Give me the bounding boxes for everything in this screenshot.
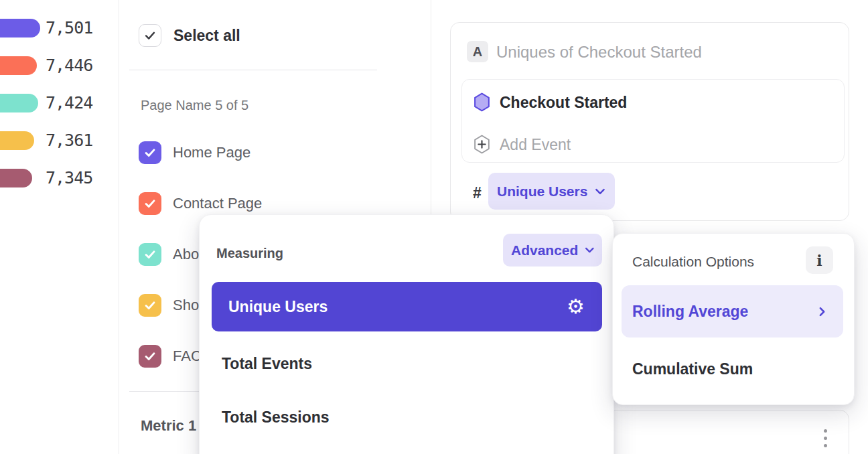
check-icon <box>143 28 157 43</box>
legend-value: 7,424 <box>46 94 92 112</box>
calc-option-cumulative-sum[interactable]: Cumulative Sum <box>632 360 753 378</box>
checkbox-shop-page[interactable] <box>139 294 161 317</box>
series-title[interactable]: Uniques of Checkout Started <box>496 42 702 63</box>
legend-bar <box>0 94 38 112</box>
series-a-badge[interactable]: A <box>467 41 488 62</box>
calculation-options-menu: Calculation Options i Rolling Average Cu… <box>612 233 855 405</box>
select-all-label[interactable]: Select all <box>173 24 240 47</box>
check-icon <box>143 298 157 313</box>
legend-bar <box>0 169 32 187</box>
check-icon <box>143 247 157 262</box>
check-icon <box>143 349 157 364</box>
kebab-dot <box>824 437 827 440</box>
calc-option-rolling-average[interactable]: Rolling Average <box>622 285 843 337</box>
menu-option-label: Unique Users <box>228 298 328 316</box>
page-label-contact[interactable]: Contact Page <box>173 192 262 215</box>
page-label-home[interactable]: Home Page <box>173 141 250 164</box>
select-all-checkbox[interactable] <box>139 24 161 47</box>
legend-bar <box>0 56 37 75</box>
page-name-group-label: Page Name 5 of 5 <box>141 97 248 113</box>
legend-value: 7,446 <box>46 56 92 75</box>
aggregation-chip[interactable]: Unique Users <box>488 173 615 210</box>
metric-1-label: Metric 1 <box>141 417 196 435</box>
calc-option-label: Rolling Average <box>632 303 748 321</box>
metric-query-card: A Uniques of Checkout Started Checkout S… <box>450 22 849 221</box>
add-event-label[interactable]: Add Event <box>500 135 571 155</box>
legend-bar <box>0 19 40 37</box>
add-event-icon[interactable] <box>473 135 491 154</box>
calculation-options-title: Calculation Options <box>632 254 754 270</box>
kebab-dot <box>824 444 827 447</box>
check-icon <box>143 196 157 211</box>
legend-value: 7,361 <box>46 131 92 150</box>
chevron-right-icon <box>816 306 828 317</box>
gear-icon[interactable]: ⚙ <box>567 297 585 317</box>
page-label-faq[interactable]: FAC <box>173 345 202 368</box>
page-label-shop[interactable]: Sho <box>173 294 199 317</box>
event-hexagon-icon <box>473 92 491 112</box>
event-block: Checkout Started Add Event <box>461 79 845 163</box>
chevron-down-icon <box>584 244 595 256</box>
legend-value: 7,345 <box>46 169 92 187</box>
checkbox-home-page[interactable] <box>139 141 161 164</box>
aggregation-chip-label: Unique Users <box>497 183 587 200</box>
legend-bar <box>0 131 34 150</box>
kebab-dot <box>824 429 827 433</box>
check-icon <box>143 145 157 160</box>
menu-option-unique-users[interactable]: Unique Users ⚙ <box>212 282 602 331</box>
column-divider <box>119 0 119 454</box>
info-icon[interactable]: i <box>806 246 833 274</box>
checkbox-contact-page[interactable] <box>139 192 161 215</box>
checkbox-about-page[interactable] <box>139 243 161 266</box>
divider <box>129 70 377 70</box>
legend-value: 7,501 <box>46 19 92 37</box>
page-label-about[interactable]: Abo <box>173 243 199 266</box>
checkbox-faq-page[interactable] <box>139 345 161 368</box>
event-name[interactable]: Checkout Started <box>500 93 627 112</box>
measuring-title: Measuring <box>216 245 283 261</box>
measuring-menu: Measuring Advanced Unique Users ⚙ Total … <box>199 214 614 454</box>
chevron-down-icon <box>594 185 606 198</box>
advanced-mode-chip[interactable]: Advanced <box>503 234 602 267</box>
menu-option-total-sessions[interactable]: Total Sessions <box>222 408 330 427</box>
kebab-menu-button[interactable] <box>821 427 830 450</box>
menu-option-total-events[interactable]: Total Events <box>222 354 312 373</box>
advanced-chip-label: Advanced <box>511 242 578 258</box>
aggregation-prefix: # <box>473 183 482 202</box>
